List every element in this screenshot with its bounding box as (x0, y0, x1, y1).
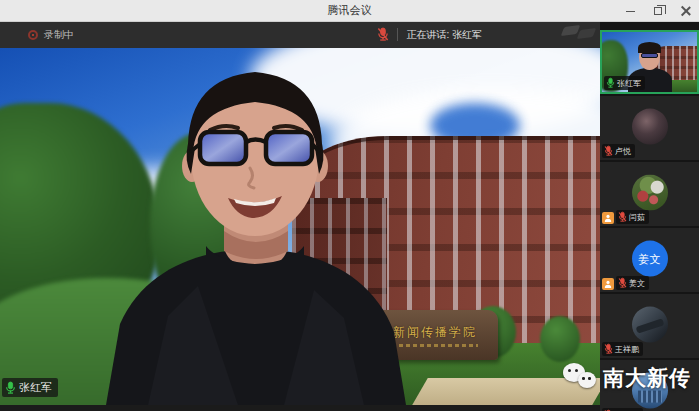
participant-name: 张红军 (617, 78, 641, 89)
speaking-label: 正在讲话: 张红军 (406, 28, 482, 42)
mic-muted-icon (377, 27, 389, 42)
mic-muted-icon (604, 145, 613, 157)
participant-name: 闫茹 (629, 212, 645, 223)
avatar-initials: 姜文 (639, 251, 661, 266)
wechat-icon (563, 363, 597, 393)
mic-on-icon (5, 381, 16, 395)
meeting-window: 腾讯会议 录制中 正在讲话: 张红军 (0, 0, 699, 411)
participant-name-chip: 姜文 (616, 276, 649, 290)
avatar (632, 307, 668, 343)
participant-tile-luyue[interactable]: 卢悦 (600, 96, 699, 160)
hand-raised-icon (602, 212, 614, 224)
recording-icon (28, 30, 38, 40)
recording-label: 录制中 (44, 28, 74, 42)
window-title: 腾讯会议 (328, 3, 372, 18)
channel-watermark: 南大新传 (563, 363, 691, 393)
close-button[interactable] (679, 4, 693, 18)
mic-muted-icon (618, 277, 627, 289)
participant-tile-yanru[interactable]: 闫茹 (600, 162, 699, 226)
restore-button[interactable] (651, 4, 665, 18)
participant-tile-zhanghongjun[interactable]: 张红军 (600, 30, 699, 94)
participant-tile-jiangwen[interactable]: 姜文 姜文 (600, 228, 699, 292)
status-bar: 录制中 正在讲话: 张红军 (0, 22, 600, 48)
hand-raised-icon (602, 278, 614, 290)
divider (397, 28, 398, 41)
participant-tile-wangxiangpeng[interactable]: 王祥鹏 (600, 294, 699, 358)
participant-name-chip: 张红军 (604, 76, 645, 90)
title-bar[interactable]: 腾讯会议 (0, 0, 699, 22)
recording-indicator: 录制中 (28, 28, 74, 42)
participant-name: 姜文 (629, 278, 645, 289)
mic-on-icon (606, 77, 615, 89)
tree (540, 316, 580, 362)
participants-sidebar: 张红军 卢悦 闫茹 (600, 22, 699, 411)
participant-name-chip: 王祥鹏 (602, 342, 643, 356)
speaking-indicator: 正在讲话: 张红军 (377, 27, 482, 42)
restore-icon (654, 7, 662, 15)
watermark-text: 南大新传 (603, 364, 691, 392)
participant-name-chip: 卢悦 (602, 144, 635, 158)
main-video[interactable]: 新闻传播学院 (0, 48, 600, 405)
close-icon (681, 6, 691, 16)
mic-muted-icon (618, 211, 627, 223)
mic-muted-icon (604, 343, 613, 355)
participant-name-chip: 闫茹 (616, 210, 649, 224)
avatar (632, 109, 668, 145)
decorative-shapes (563, 26, 599, 42)
participant-name: 王祥鹏 (615, 344, 639, 355)
speaker-name-chip: 张红军 (2, 378, 58, 397)
speaker-name: 张红军 (19, 380, 52, 395)
speaker-person (88, 56, 424, 405)
minimize-button[interactable] (623, 4, 637, 18)
avatar: 姜文 (632, 241, 668, 277)
minimize-icon (626, 11, 635, 12)
participant-name: 卢悦 (615, 146, 631, 157)
avatar (632, 175, 668, 211)
